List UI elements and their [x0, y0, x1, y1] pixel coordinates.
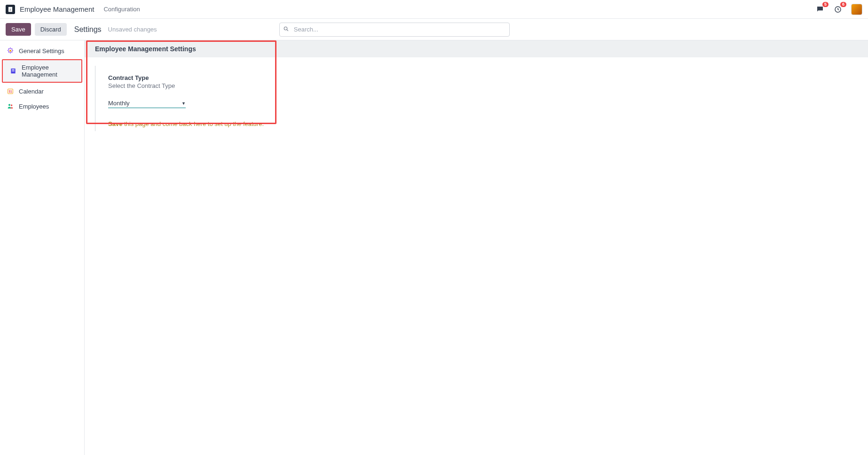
svg-point-4	[9, 50, 11, 52]
save-button[interactable]: Save	[6, 23, 31, 36]
contract-icon	[9, 67, 17, 75]
main-content: Employee Management Settings Contract Ty…	[85, 40, 868, 455]
app-title[interactable]: Employee Management	[20, 5, 94, 13]
topbar: Employee Management Configuration 5 6	[0, 0, 868, 19]
topbar-right: 5 6	[815, 4, 862, 15]
body: General Settings Employee Management 31 …	[0, 40, 868, 455]
save-hint: Save this page and come back here to set…	[108, 120, 858, 127]
svg-text:31: 31	[8, 90, 12, 93]
people-icon	[7, 102, 14, 110]
sidebar-item-label: Employees	[19, 103, 49, 110]
section-body: Contract Type Select the Contract Type M…	[85, 57, 868, 140]
sidebar-item-label: General Settings	[19, 47, 64, 55]
sidebar-item-employee-management[interactable]: Employee Management	[2, 59, 82, 83]
clock-icon[interactable]: 6	[833, 5, 843, 14]
settings-title: Settings	[74, 25, 102, 34]
app-icon[interactable]	[6, 5, 15, 14]
sidebar-item-calendar[interactable]: 31 Calendar	[0, 84, 84, 99]
avatar[interactable]	[851, 4, 862, 15]
search-wrap	[279, 23, 510, 37]
chat-badge: 5	[822, 2, 829, 7]
search-input[interactable]	[279, 23, 510, 37]
clock-badge: 6	[840, 2, 846, 7]
svg-rect-7	[12, 71, 14, 71]
svg-point-3	[284, 27, 287, 30]
sidebar-item-label: Employee Management	[22, 64, 75, 78]
chevron-down-icon: ▼	[181, 101, 186, 106]
gear-icon	[7, 47, 14, 55]
chat-icon[interactable]: 5	[815, 5, 825, 14]
sidebar-item-label: Calendar	[19, 88, 44, 95]
contract-type-description: Select the Contract Type	[108, 82, 858, 89]
contract-type-label: Contract Type	[108, 74, 858, 81]
svg-point-11	[11, 104, 12, 106]
sidebar-item-general-settings[interactable]: General Settings	[0, 43, 84, 58]
sidebar-item-employees[interactable]: Employees	[0, 99, 84, 114]
search-icon	[283, 26, 289, 33]
svg-rect-6	[12, 70, 14, 70]
sidebar: General Settings Employee Management 31 …	[0, 40, 85, 455]
topbar-left: Employee Management Configuration	[6, 5, 140, 14]
save-link[interactable]: Save	[108, 120, 122, 127]
menu-configuration[interactable]: Configuration	[103, 6, 140, 13]
calendar-icon: 31	[7, 87, 14, 95]
actionbar: Save Discard Settings Unsaved changes	[0, 19, 868, 40]
contract-type-value: Monthly	[108, 100, 130, 107]
unsaved-changes-label: Unsaved changes	[108, 26, 157, 33]
contract-type-select[interactable]: Monthly ▼	[108, 99, 186, 108]
section-header: Employee Management Settings	[85, 40, 868, 57]
svg-point-10	[8, 104, 10, 106]
svg-point-1	[10, 8, 11, 9]
highlighted-settings-area: Contract Type Select the Contract Type M…	[108, 74, 858, 127]
discard-button[interactable]: Discard	[35, 23, 67, 36]
save-hint-text: this page and come back here to set up t…	[122, 120, 264, 127]
